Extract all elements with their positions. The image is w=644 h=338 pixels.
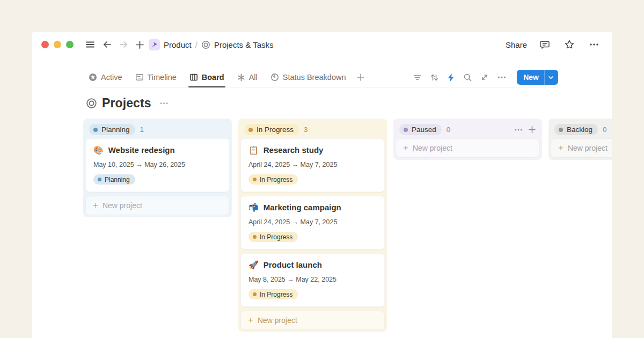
column-header-actions: [514, 126, 536, 134]
project-card-website-redesign[interactable]: 🎨Website redesignMay 10, 2025 → May 26, …: [85, 138, 230, 192]
badge-label: In Progress: [260, 176, 292, 183]
favorite-star-icon[interactable]: [562, 38, 576, 52]
board-column-paused: Paused0+New project: [393, 119, 542, 160]
project-card-marketing-campaign[interactable]: 📬Marketing campaignApril 24, 2025 → May …: [240, 196, 385, 249]
new-project-button[interactable]: +New project: [396, 138, 540, 158]
zoom-window-button[interactable]: [66, 41, 74, 48]
new-project-label: New project: [258, 316, 297, 325]
page-background: Product / Projects & Tasks Share A: [0, 0, 644, 338]
projects-tasks-icon: [201, 40, 210, 49]
status-label: Paused: [412, 126, 436, 134]
title-more-icon[interactable]: [159, 99, 169, 108]
breadcrumb-current[interactable]: Projects & Tasks: [214, 40, 274, 49]
new-project-label: New project: [568, 144, 608, 152]
plus-icon: +: [93, 201, 98, 210]
status-label: Backlog: [567, 126, 592, 134]
column-header: Backlog0: [551, 121, 612, 138]
card-title-row: 🚀Product launch: [248, 260, 377, 269]
new-project-label: New project: [413, 144, 452, 152]
window-topbar: Product / Projects & Tasks Share: [32, 32, 612, 57]
new-project-label: New project: [103, 201, 142, 210]
status-dot: [404, 128, 408, 132]
view-more-icon[interactable]: [497, 72, 507, 82]
column-count: 0: [447, 126, 451, 134]
new-button-dropdown[interactable]: [544, 70, 558, 85]
tab-timeline[interactable]: Timeline: [135, 68, 177, 87]
tab-active[interactable]: Active: [89, 68, 122, 87]
column-add-icon[interactable]: [528, 126, 536, 134]
card-title: Website redesign: [108, 145, 175, 155]
tab-status-breakdown[interactable]: Status Breakdown: [270, 68, 346, 87]
status-dot: [93, 128, 98, 132]
comments-icon[interactable]: [538, 38, 552, 52]
sort-icon[interactable]: [430, 73, 439, 82]
badge-dot: [253, 292, 257, 296]
plus-icon: +: [248, 315, 253, 325]
status-pill[interactable]: In Progress: [244, 124, 299, 135]
product-launch-emoji-icon: 🚀: [248, 261, 259, 269]
project-card-research-study[interactable]: 📋Research studyApril 24, 2025 → May 7, 2…: [240, 138, 385, 192]
product-page-icon: [149, 39, 160, 50]
badge-dot: [253, 235, 257, 239]
more-options-icon[interactable]: [587, 38, 601, 52]
expand-icon[interactable]: [480, 73, 489, 82]
star-circle-icon: [89, 73, 97, 82]
new-button[interactable]: New: [517, 70, 558, 85]
share-button[interactable]: Share: [506, 40, 527, 49]
close-window-button[interactable]: [41, 41, 49, 48]
new-project-button[interactable]: +New project: [551, 138, 612, 158]
breadcrumb-parent[interactable]: Product: [164, 40, 192, 49]
page-title: Projects: [102, 96, 151, 111]
tab-board[interactable]: Board: [189, 68, 224, 87]
automations-icon[interactable]: [447, 73, 455, 82]
topbar-actions: Share: [506, 38, 601, 52]
sidebar-menu-icon[interactable]: [83, 38, 97, 52]
tab-label: Active: [101, 73, 122, 82]
column-header: Planning1: [85, 121, 230, 138]
card-title-row: 🎨Website redesign: [93, 145, 222, 155]
research-study-emoji-icon: 📋: [248, 146, 259, 154]
traffic-lights: [41, 41, 74, 48]
view-actions: New: [413, 70, 558, 85]
new-button-label[interactable]: New: [517, 70, 544, 85]
add-view-icon[interactable]: [356, 73, 365, 82]
card-status-badge: In Progress: [248, 232, 298, 242]
badge-label: In Progress: [260, 291, 292, 298]
status-pill[interactable]: Backlog: [554, 124, 598, 135]
column-count: 3: [304, 126, 308, 134]
board-column-backlog: Backlog0+New project: [548, 119, 612, 160]
minimize-window-button[interactable]: [54, 41, 61, 48]
status-dot: [559, 128, 563, 132]
kanban-board: Planning1🎨Website redesignMay 10, 2025 →…: [83, 119, 612, 332]
marketing-campaign-emoji-icon: 📬: [248, 203, 259, 211]
filter-icon[interactable]: [413, 73, 422, 82]
board-column-in-progress: In Progress3📋Research studyApril 24, 202…: [238, 119, 387, 332]
new-project-button[interactable]: +New project: [85, 196, 230, 215]
new-project-button[interactable]: +New project: [240, 311, 385, 330]
card-title-row: 📬Marketing campaign: [248, 203, 377, 212]
column-more-icon[interactable]: [514, 126, 523, 134]
search-icon[interactable]: [463, 73, 472, 82]
card-status-badge: Planning: [93, 174, 135, 185]
back-icon[interactable]: [100, 38, 114, 52]
tab-label: Timeline: [148, 73, 177, 82]
plus-icon: +: [558, 143, 564, 152]
card-date-range: May 10, 2025 → May 26, 2025: [93, 161, 222, 168]
tab-label: Status Breakdown: [283, 73, 346, 82]
column-header: In Progress3: [240, 121, 385, 138]
status-pill[interactable]: Planning: [89, 124, 135, 135]
new-page-icon[interactable]: [133, 38, 147, 52]
tab-label: All: [249, 73, 258, 82]
project-card-product-launch[interactable]: 🚀Product launchMay 8, 2025 → May 22, 202…: [240, 253, 385, 307]
plus-icon: +: [403, 143, 408, 152]
board-icon: [189, 73, 198, 82]
board-column-planning: Planning1🎨Website redesignMay 10, 2025 →…: [83, 119, 232, 217]
app-window: Product / Projects & Tasks Share A: [32, 32, 612, 338]
forward-icon[interactable]: [116, 38, 130, 52]
card-title: Product launch: [264, 260, 322, 269]
tab-all[interactable]: All: [237, 68, 258, 87]
page-title-row: Projects: [86, 96, 612, 111]
projects-target-icon: [86, 98, 97, 109]
column-header: Paused0: [396, 121, 540, 138]
status-pill[interactable]: Paused: [399, 124, 442, 135]
